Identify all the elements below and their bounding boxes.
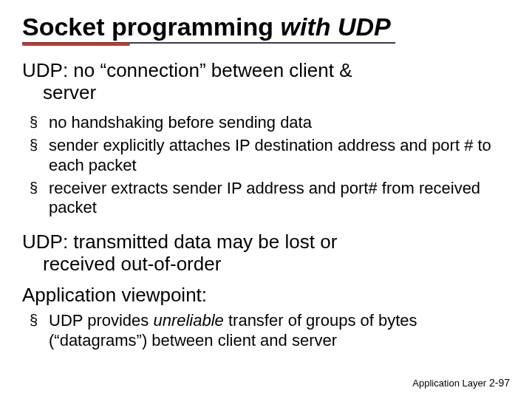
bullet-list-2: UDP provides unreliable transfer of grou… bbox=[30, 311, 510, 351]
slide: Socket programming with UDP UDP: no “con… bbox=[0, 0, 532, 399]
footer: Application Layer 2-97 bbox=[412, 377, 510, 389]
lead1-line2: server bbox=[43, 82, 510, 104]
list-item: sender explicitly attaches IP destinatio… bbox=[30, 136, 510, 176]
title-block: Socket programming with UDP bbox=[22, 13, 510, 44]
title-part1: Socket programming bbox=[22, 13, 273, 41]
lead2-line2: received out-of-order bbox=[43, 253, 510, 276]
bullet-list-1: no handshaking before sending data sende… bbox=[30, 113, 510, 218]
slide-title: Socket programming with UDP bbox=[22, 13, 395, 44]
list-item: receiver extracts sender IP address and … bbox=[30, 179, 510, 219]
accent-underline-icon bbox=[22, 43, 130, 46]
lead2-line1: UDP: transmitted data may be lost or bbox=[22, 231, 337, 253]
list-item: UDP provides unreliable transfer of grou… bbox=[30, 311, 510, 351]
lead-1: UDP: no “connection” between client & se… bbox=[22, 60, 510, 104]
bullet-text-em: unreliable bbox=[153, 311, 223, 330]
lead-2: UDP: transmitted data may be lost or rec… bbox=[22, 231, 510, 276]
footer-label: Application Layer bbox=[412, 378, 486, 389]
bullet-text: receiver extracts sender IP address and … bbox=[49, 179, 480, 217]
bullet-text-pre: UDP provides bbox=[49, 311, 153, 330]
lead1-line1: UDP: no “connection” between client & bbox=[22, 59, 352, 81]
lead-3: Application viewpoint: bbox=[22, 284, 510, 307]
list-item: no handshaking before sending data bbox=[30, 113, 510, 133]
title-part2: with UDP bbox=[273, 13, 391, 41]
bullet-text: sender explicitly attaches IP destinatio… bbox=[49, 136, 491, 174]
bullet-text: no handshaking before sending data bbox=[49, 113, 312, 132]
page-number: 2-97 bbox=[489, 377, 510, 389]
